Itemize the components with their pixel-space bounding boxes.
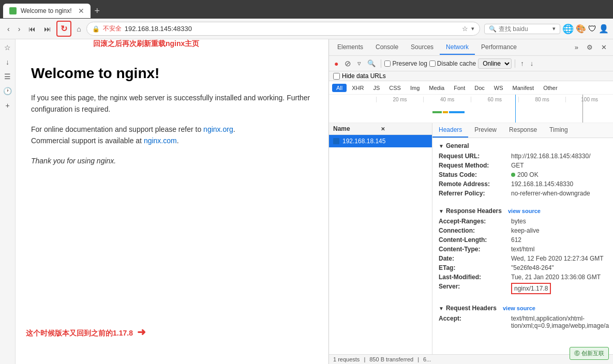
- filter-other[interactable]: Other: [539, 84, 562, 92]
- resp-header-server: Server: nginx/1.17.8: [439, 283, 607, 294]
- timeline-marker-0: [329, 97, 376, 102]
- refresh-button[interactable]: ↻: [56, 21, 71, 37]
- tab-console[interactable]: Console: [369, 40, 405, 55]
- record-button[interactable]: ●: [332, 58, 340, 69]
- devtools-close-btn[interactable]: ✕: [597, 41, 611, 53]
- devtools-more-tabs-btn[interactable]: »: [571, 41, 582, 53]
- disable-cache-checkbox[interactable]: [429, 60, 436, 67]
- home-button[interactable]: ⌂: [73, 23, 84, 35]
- headers-tab-response[interactable]: Response: [503, 123, 543, 138]
- webpage-area: 回滚之后再次刷新重载nginx主页 Welcome to nginx! If y…: [16, 39, 328, 364]
- request-list: Name ✕ 192.168.18.145: [329, 123, 432, 354]
- tab-elements[interactable]: Elements: [331, 40, 369, 55]
- header-remote-address: Remote Address: 192.168.18.145:48330: [439, 180, 607, 188]
- preserve-log-checkbox[interactable]: [384, 60, 391, 67]
- disable-cache-text: Disable cache: [437, 60, 476, 67]
- active-tab[interactable]: Welcome to nginx! ✕: [3, 4, 91, 18]
- timeline-bar-dns: [432, 111, 442, 113]
- req-accept-key: Accept:: [439, 315, 511, 329]
- search-dropdown-icon[interactable]: ▾: [552, 25, 556, 32]
- sidebar-icon-4[interactable]: 🕐: [3, 87, 12, 95]
- headers-tabs: Headers Preview Response Timing: [432, 123, 613, 138]
- webpage-title: Welcome to nginx!: [31, 65, 313, 82]
- resp-header-connection: Connection: keep-alive: [439, 227, 607, 234]
- back-button[interactable]: ‹: [4, 23, 13, 35]
- sidebar-icon-5[interactable]: +: [5, 101, 9, 110]
- tab-performance[interactable]: Performance: [475, 40, 523, 55]
- webpage-para2: For online documentation and support ple…: [31, 124, 313, 147]
- general-section-title: General: [439, 142, 607, 149]
- filter-js[interactable]: JS: [369, 84, 384, 92]
- filter-ws[interactable]: WS: [490, 84, 507, 92]
- timeline-markers: 20 ms 40 ms 60 ms 80 ms 100 ms: [329, 95, 613, 104]
- resp-header-etag: ETag: "5e26fe48-264": [439, 264, 607, 271]
- throttle-select[interactable]: Online: [478, 58, 512, 69]
- sidebar-icon-2[interactable]: ↓: [6, 58, 9, 66]
- referrer-policy-key: Referrer Policy:: [439, 190, 511, 197]
- tab-network[interactable]: Network: [440, 40, 475, 55]
- globe-icon[interactable]: 🌐: [562, 23, 574, 35]
- devtools-settings-btn[interactable]: ⚙: [582, 41, 597, 53]
- filter-all[interactable]: All: [332, 84, 347, 92]
- address-dropdown-icon[interactable]: ▾: [471, 25, 474, 32]
- webpage-para2-prefix: For online documentation and support ple…: [31, 125, 203, 133]
- sidebar-icon-3[interactable]: ☰: [4, 72, 11, 81]
- timeline-vline: [515, 95, 516, 123]
- timeline-marker-40: 40 ms: [423, 97, 471, 102]
- address-bar[interactable]: 🔒 不安全 192.168.18.145:48330 ☆ ▾: [86, 22, 480, 36]
- close-col-icon: ✕: [381, 126, 428, 132]
- preserve-log-label[interactable]: Preserve log: [384, 60, 427, 67]
- forward-button[interactable]: ›: [15, 23, 24, 35]
- ext-icon-3[interactable]: 👤: [599, 24, 609, 34]
- date-val: Wed, 12 Feb 2020 12:27:34 GMT: [511, 255, 604, 262]
- filter-css[interactable]: CSS: [385, 84, 405, 92]
- ext-icon-2[interactable]: 🛡: [588, 24, 596, 34]
- webpage-para2-commercial: Commercial support is available at: [31, 136, 144, 145]
- hide-data-urls-checkbox[interactable]: [333, 73, 340, 80]
- request-view-source-link[interactable]: view source: [503, 305, 535, 311]
- headers-tab-preview[interactable]: Preview: [468, 123, 503, 138]
- skip-back-button[interactable]: ⏮: [25, 23, 39, 35]
- stop-button[interactable]: ⊘: [342, 58, 353, 69]
- filter-manifest[interactable]: Manifest: [509, 84, 539, 92]
- filter-doc[interactable]: Doc: [470, 84, 489, 92]
- webpage-para2-dot: .: [233, 125, 235, 133]
- headers-panel: Headers Preview Response Timing General …: [432, 123, 613, 354]
- main-content: 回滚之后再次刷新重载nginx主页 Welcome to nginx! If y…: [16, 39, 613, 364]
- search-input[interactable]: [499, 25, 550, 33]
- download-har-btn[interactable]: ↓: [528, 58, 536, 68]
- skip-forward-button[interactable]: ⏭: [41, 23, 54, 35]
- nginx-com-link[interactable]: nginx.com: [144, 136, 177, 145]
- bookmark-icon[interactable]: ☆: [462, 25, 468, 33]
- filter-font[interactable]: Font: [450, 84, 469, 92]
- tab-sources[interactable]: Sources: [405, 40, 440, 55]
- ext-icon-1[interactable]: 🎨: [576, 24, 586, 34]
- last-modified-val: Tue, 21 Jan 2020 13:36:08 GMT: [511, 274, 601, 281]
- filter-media[interactable]: Media: [425, 84, 448, 92]
- new-tab-button[interactable]: +: [91, 6, 104, 17]
- headers-tab-timing[interactable]: Timing: [543, 123, 574, 138]
- request-method-val: GET: [511, 162, 524, 169]
- resp-header-content-length: Content-Length: 612: [439, 236, 607, 244]
- search-network-btn[interactable]: 🔍: [365, 58, 378, 68]
- server-value-highlighted: nginx/1.17.8: [511, 283, 551, 294]
- disable-cache-label[interactable]: Disable cache: [429, 60, 476, 67]
- search-bar[interactable]: 🔍 ▾: [484, 24, 560, 34]
- accept-ranges-key: Accept-Ranges:: [439, 218, 511, 225]
- filter-icon-btn[interactable]: ▿: [355, 58, 363, 68]
- preserve-log-text: Preserve log: [392, 60, 427, 67]
- nginx-org-link[interactable]: nginx.org: [203, 125, 233, 133]
- headers-tab-headers[interactable]: Headers: [432, 123, 468, 138]
- header-referrer-policy: Referrer Policy: no-referrer-when-downgr…: [439, 190, 607, 197]
- request-name: 192.168.18.145: [342, 138, 385, 145]
- request-row-0[interactable]: 192.168.18.145: [329, 135, 432, 147]
- filter-xhr[interactable]: XHR: [348, 84, 368, 92]
- network-toolbar: ● ⊘ ▿ 🔍 Preserve log Disable cache Onlin…: [329, 56, 613, 71]
- filter-img[interactable]: Img: [406, 84, 424, 92]
- timeline-marker-100: 100 ms: [565, 97, 613, 102]
- response-view-source-link[interactable]: view source: [508, 208, 541, 214]
- sidebar-icon-1[interactable]: ☆: [4, 43, 11, 52]
- upload-har-btn[interactable]: ↑: [518, 58, 526, 68]
- tab-close-btn[interactable]: ✕: [78, 7, 84, 15]
- resp-header-date: Date: Wed, 12 Feb 2020 12:27:34 GMT: [439, 255, 607, 262]
